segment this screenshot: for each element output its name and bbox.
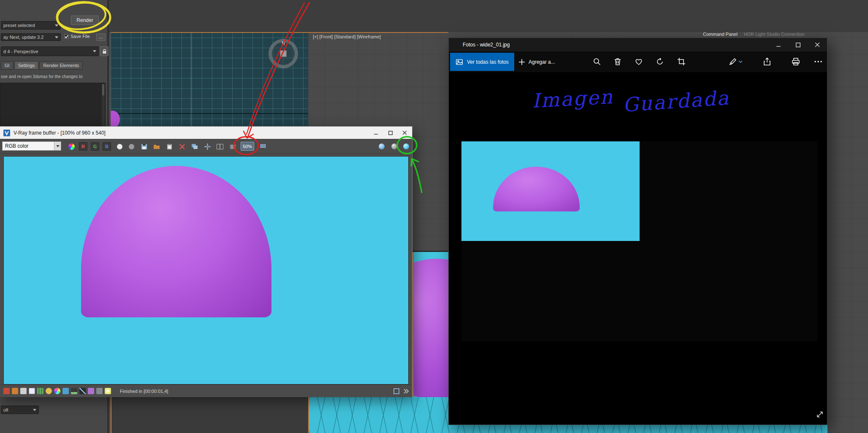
preset-dropdown[interactable]: preset selected xyxy=(1,21,61,30)
add-to-button[interactable]: Agregar a... xyxy=(514,53,559,71)
hue-saturation-icon[interactable] xyxy=(54,388,60,394)
engine-dropdown[interactable]: ay Next, update 3.2 xyxy=(1,33,61,41)
photo-render-region xyxy=(461,141,640,241)
fullscreen-expand-button[interactable] xyxy=(814,409,825,420)
levels-icon[interactable] xyxy=(71,388,77,394)
more-options-button[interactable] xyxy=(810,53,826,70)
lamp-glyph xyxy=(403,143,409,149)
scene-sphere[interactable] xyxy=(412,259,448,397)
photos-titlebar[interactable]: Fotos - wide2_01.jpg xyxy=(449,38,827,51)
vfb-maximize-button[interactable] xyxy=(383,127,398,139)
view-clamp-icon[interactable] xyxy=(12,388,18,394)
photos-maximize-button[interactable] xyxy=(788,38,808,51)
expand-corrections-icon[interactable] xyxy=(403,388,409,394)
tab-settings[interactable]: Settings xyxy=(14,61,39,70)
rotate-button[interactable] xyxy=(651,53,668,70)
tab-render-elements[interactable]: Render Elements xyxy=(39,61,83,70)
exposure-icon[interactable] xyxy=(46,388,52,394)
trash-icon xyxy=(613,57,622,66)
vfb-image-area[interactable] xyxy=(3,156,409,384)
histogram-icon[interactable] xyxy=(37,388,43,394)
view-all-photos-label: Ver todas las fotos xyxy=(467,59,509,65)
white-balance-icon[interactable] xyxy=(29,388,35,394)
render-region-icon[interactable] xyxy=(390,142,399,151)
scrollbar[interactable] xyxy=(102,84,105,127)
command-panel-tab[interactable]: Command Panel xyxy=(703,32,738,37)
view-all-photos-button[interactable]: Ver todas las fotos xyxy=(450,53,514,71)
color-correction-icon[interactable] xyxy=(258,142,268,151)
photos-toolbar: Ver todas las fotos Agregar a... xyxy=(449,51,827,72)
checkmark-glyph xyxy=(65,34,68,38)
render-button[interactable]: Render xyxy=(71,16,99,25)
compare-ab-icon[interactable] xyxy=(215,142,225,151)
zoom-button[interactable] xyxy=(589,53,605,70)
vfb-titlebar[interactable]: V-Ray frame buffer - [100% of 960 x 540] xyxy=(0,127,412,139)
photos-close-button[interactable] xyxy=(808,38,827,51)
handwritten-word-2: Guardada xyxy=(622,86,730,116)
perspective-viewport-strip[interactable] xyxy=(412,252,448,397)
bloom-icon[interactable] xyxy=(105,388,111,394)
add-to-label: Agregar a... xyxy=(529,59,555,65)
vfb-channel-dropdown[interactable]: RGB color xyxy=(2,141,61,151)
vfb-minimize-button[interactable] xyxy=(369,127,383,139)
photos-title: Fotos - wide2_01.jpg xyxy=(463,42,510,48)
color-wheel-icon[interactable] xyxy=(67,142,76,151)
more-options-button[interactable]: ... xyxy=(96,33,106,41)
vfb-close-button[interactable] xyxy=(398,127,412,139)
print-button[interactable] xyxy=(787,53,804,70)
printer-icon xyxy=(792,57,800,66)
favorite-button[interactable] xyxy=(630,53,647,70)
hdr-light-studio-tab[interactable]: HDR Light Studio Connection xyxy=(744,32,805,37)
stamp-icon[interactable] xyxy=(228,142,237,151)
vfb-zoom-50-button[interactable]: 50% xyxy=(241,142,254,151)
crop-button[interactable] xyxy=(673,53,690,70)
preset-bottom-dropdown[interactable]: ult xyxy=(1,406,39,414)
scrollbar-thumb[interactable] xyxy=(102,84,104,95)
folder-glyph xyxy=(153,144,160,149)
alpha-channel-button[interactable] xyxy=(115,142,124,151)
pixel-info-icon[interactable] xyxy=(20,388,27,394)
left-viewport-bottom[interactable] xyxy=(111,397,308,433)
heart-icon xyxy=(635,57,643,66)
maximize-icon xyxy=(388,131,393,135)
engine-dropdown-value: ay Next, update 3.2 xyxy=(3,35,43,40)
photo-image[interactable] xyxy=(461,141,817,341)
copy-clipboard-icon[interactable] xyxy=(165,142,174,151)
red-channel-glyph: R xyxy=(79,142,87,151)
save-file-checkbox[interactable]: Save File xyxy=(64,34,90,39)
green-channel-button[interactable]: G xyxy=(90,142,100,151)
color-balance-icon[interactable] xyxy=(62,388,69,394)
settings-scroll-area[interactable] xyxy=(0,83,106,128)
view-dropdown[interactable]: d 4 - Perspective xyxy=(1,46,99,56)
duplicate-buffer-icon[interactable] xyxy=(190,142,199,151)
cc-monitor-glyph xyxy=(260,143,266,149)
color-wheel-glyph xyxy=(68,143,75,150)
blue-channel-button[interactable]: B xyxy=(102,142,111,151)
red-channel-button[interactable]: R xyxy=(79,142,88,151)
show-corrections-icon[interactable] xyxy=(393,388,399,394)
gizmo-center-cube[interactable] xyxy=(280,50,287,57)
render-setup-tabs: GI Settings Render Elements xyxy=(1,61,83,70)
curves-icon[interactable] xyxy=(79,388,86,394)
draw-pen-icon xyxy=(729,57,737,66)
photos-minimize-button[interactable] xyxy=(769,38,788,51)
delete-button[interactable] xyxy=(609,53,626,70)
render-last-icon[interactable] xyxy=(377,142,386,151)
share-icon xyxy=(763,57,771,66)
lens-effects-lamp-icon[interactable] xyxy=(401,142,411,151)
clear-image-icon[interactable] xyxy=(177,142,187,151)
follow-mouse-icon[interactable] xyxy=(203,142,212,151)
tab-gi[interactable]: GI xyxy=(1,61,14,70)
share-button[interactable] xyxy=(759,53,776,70)
lut-icon[interactable] xyxy=(88,388,94,394)
force-clamp-icon[interactable] xyxy=(3,388,10,394)
srgb-icon[interactable] xyxy=(96,388,103,394)
viewport-navigation-gizmo[interactable]: N xyxy=(269,39,298,68)
save-image-icon[interactable] xyxy=(139,142,149,151)
clear-x-glyph xyxy=(179,144,185,149)
edit-draw-button[interactable] xyxy=(725,53,746,70)
lock-view-button[interactable] xyxy=(100,46,108,56)
monochrome-button[interactable] xyxy=(127,142,136,151)
load-image-icon[interactable] xyxy=(152,142,161,151)
viewport-label[interactable]: [+] [Front] [Standard] [Wireframe] xyxy=(313,34,381,39)
